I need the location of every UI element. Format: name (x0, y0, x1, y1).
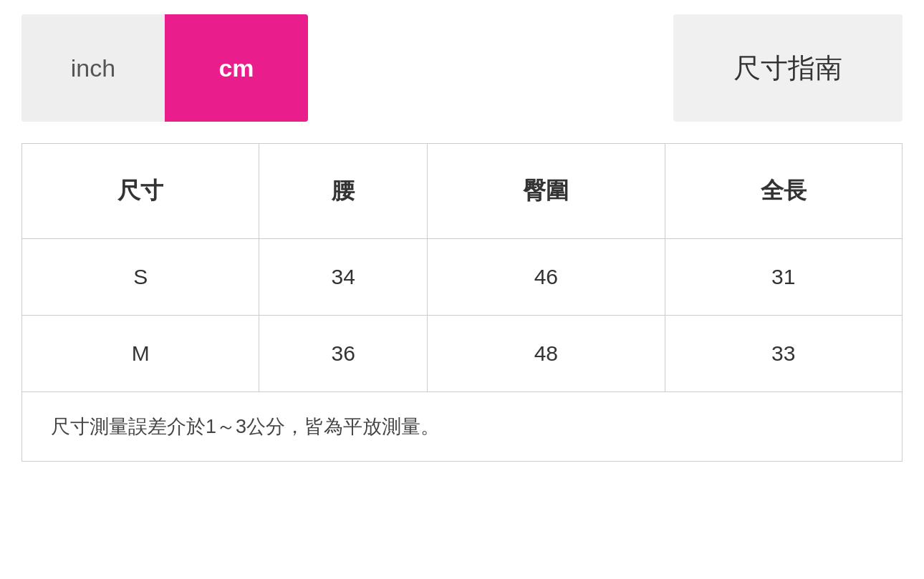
inch-button[interactable]: inch (21, 14, 165, 122)
cell-waist: 36 (259, 316, 428, 392)
cell-size: S (22, 239, 259, 316)
table-row: M364833 (22, 316, 903, 392)
table-header-row: 尺寸 腰 臀圍 全長 (22, 144, 903, 239)
cell-length: 31 (665, 239, 902, 316)
cell-size: M (22, 316, 259, 392)
table-row: S344631 (22, 239, 903, 316)
col-header-size: 尺寸 (22, 144, 259, 239)
size-guide-button[interactable]: 尺寸指南 (673, 14, 903, 122)
cell-waist: 34 (259, 239, 428, 316)
cm-button[interactable]: cm (165, 14, 308, 122)
unit-toggle: inch cm (21, 14, 308, 122)
page-container: inch cm 尺寸指南 尺寸 腰 臀圍 全長 S344631M364833 尺… (0, 0, 924, 579)
cell-hip: 48 (428, 316, 665, 392)
cell-hip: 46 (428, 239, 665, 316)
table-note: 尺寸測量誤差介於1～3公分，皆為平放測量。 (22, 392, 903, 462)
col-header-hip: 臀圍 (428, 144, 665, 239)
size-table: 尺寸 腰 臀圍 全長 S344631M364833 尺寸測量誤差介於1～3公分，… (21, 143, 903, 462)
col-header-length: 全長 (665, 144, 902, 239)
header-row: inch cm 尺寸指南 (21, 14, 903, 122)
cell-length: 33 (665, 316, 902, 392)
note-row: 尺寸測量誤差介於1～3公分，皆為平放測量。 (22, 392, 903, 462)
col-header-waist: 腰 (259, 144, 428, 239)
